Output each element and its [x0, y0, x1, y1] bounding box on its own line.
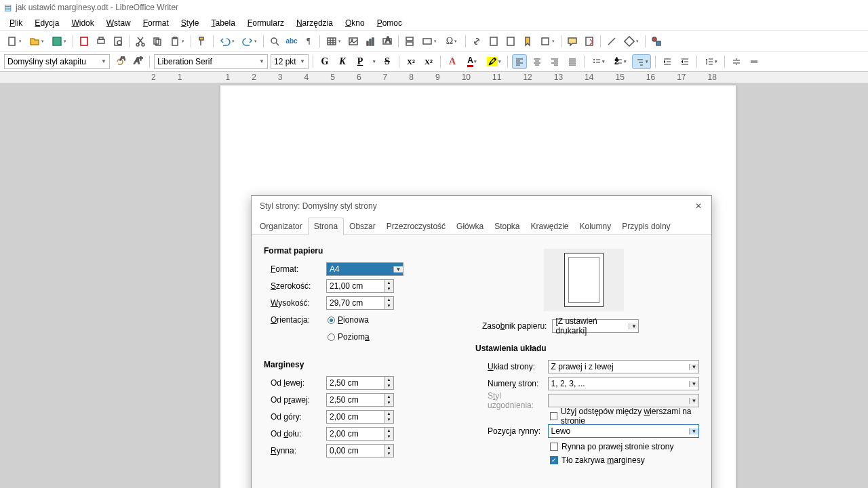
tab-organizer[interactable]: Organizator [254, 218, 308, 235]
tab-page[interactable]: Strona [308, 218, 344, 235]
menu-view[interactable]: Widok [66, 17, 99, 29]
page-break-icon[interactable] [402, 34, 417, 49]
menu-file[interactable]: Plik [4, 17, 28, 29]
outline-button[interactable] [632, 54, 651, 69]
subscript-button[interactable]: X2 [421, 54, 436, 69]
table-icon[interactable] [323, 34, 344, 49]
new-icon[interactable] [4, 34, 24, 49]
align-left-button[interactable] [512, 54, 527, 69]
image-icon[interactable] [346, 34, 361, 49]
line-spacing-button[interactable] [701, 54, 720, 69]
gutter-right-checkbox[interactable]: Rynna po prawej stronie strony [550, 440, 699, 453]
paste-icon[interactable] [167, 34, 187, 49]
cross-ref-icon[interactable] [537, 34, 557, 49]
draw-functions-icon[interactable] [649, 34, 664, 49]
close-icon[interactable]: ✕ [692, 200, 705, 212]
menu-window[interactable]: Okno [340, 17, 370, 29]
menu-bar[interactable]: Plik Edycja Widok Wstaw Format Style Tab… [0, 15, 868, 31]
redo-icon[interactable] [239, 34, 260, 49]
tab-area[interactable]: Obszar [344, 218, 381, 235]
menu-styles[interactable]: Style [176, 17, 205, 29]
font-size-combo[interactable]: 12 pkt▼ [271, 54, 309, 69]
clone-formatting-icon[interactable] [195, 34, 210, 49]
formatting-marks-icon[interactable]: ¶ [301, 34, 316, 49]
dec-para-spacing-button[interactable] [747, 54, 762, 69]
document-icon: ▤ [4, 3, 12, 12]
tab-columns[interactable]: Kolumny [574, 218, 617, 235]
bg-covers-checkbox[interactable]: ✓Tło zakrywa marginesy [550, 453, 699, 467]
number-list-button[interactable]: 12 [610, 54, 629, 69]
orientation-landscape-radio[interactable]: Pozioma [326, 331, 370, 343]
gutter-pos-select[interactable]: Lewo▼ [548, 424, 699, 438]
comment-icon[interactable] [565, 34, 580, 49]
height-input[interactable]: 29,70 cm▲▼ [326, 296, 394, 310]
line-icon[interactable] [604, 34, 619, 49]
font-color-icon[interactable]: A [462, 54, 481, 69]
new-style-icon[interactable]: A+ [130, 54, 145, 69]
hyperlink-icon[interactable] [469, 34, 484, 49]
textbox-icon[interactable]: A [380, 34, 395, 49]
horizontal-ruler[interactable]: 21123456789101112131415161718 [0, 72, 868, 83]
field-icon[interactable] [419, 34, 439, 49]
paper-tray-select[interactable]: [Z ustawień drukarki]▼ [552, 319, 639, 333]
print-icon[interactable] [94, 34, 108, 49]
align-center-button[interactable] [530, 54, 545, 69]
basic-shapes-icon[interactable] [621, 34, 642, 49]
font-name-combo[interactable]: Liberation Serif▼ [154, 54, 268, 69]
tab-transparency[interactable]: Przezroczystość [381, 218, 451, 235]
footnote-icon[interactable] [486, 34, 501, 49]
print-preview-icon[interactable] [111, 34, 125, 49]
menu-form[interactable]: Formularz [242, 17, 290, 29]
undo-icon[interactable] [217, 34, 237, 49]
paragraph-style-combo[interactable]: Domyślny styl akapitu▼ [4, 54, 110, 69]
menu-edit[interactable]: Edycja [29, 17, 64, 29]
copy-icon[interactable] [150, 34, 165, 49]
page-layout-select[interactable]: Z prawej i z lewej▼ [548, 360, 699, 373]
inc-para-spacing-button[interactable] [729, 54, 744, 69]
chart-icon[interactable] [363, 34, 378, 49]
align-right-button[interactable] [547, 54, 562, 69]
superscript-button[interactable]: X2 [403, 54, 418, 69]
width-input[interactable]: 21,00 cm▲▼ [326, 279, 394, 293]
gutter-input[interactable]: 0,00 cm▲▼ [326, 444, 394, 458]
bullet-list-button[interactable] [589, 54, 608, 69]
inc-indent-button[interactable] [660, 54, 675, 69]
orientation-portrait-radio[interactable]: Pionowa [326, 314, 369, 326]
special-char-icon[interactable]: Ω [441, 34, 462, 49]
bold-button[interactable]: G [317, 54, 332, 69]
underline-dd[interactable] [370, 54, 377, 69]
clear-formatting-icon[interactable]: A [445, 54, 460, 69]
margin-top-input[interactable]: 2,00 cm▲▼ [326, 410, 394, 424]
margin-right-input[interactable]: 2,50 cm▲▼ [326, 393, 394, 407]
tab-header[interactable]: Główka [451, 218, 489, 235]
menu-insert[interactable]: Wstaw [101, 17, 136, 29]
page-numbers-select[interactable]: 1, 2, 3, ...▼ [548, 377, 699, 390]
endnote-icon[interactable] [503, 34, 518, 49]
tab-borders[interactable]: Krawędzie [525, 218, 574, 235]
find-icon[interactable] [267, 34, 282, 49]
underline-button[interactable]: P [353, 54, 368, 69]
margin-bottom-input[interactable]: 2,00 cm▲▼ [326, 427, 394, 441]
export-pdf-icon[interactable] [77, 34, 92, 49]
track-changes-icon[interactable] [582, 34, 597, 49]
italic-button[interactable]: K [335, 54, 350, 69]
align-justify-button[interactable] [565, 54, 580, 69]
menu-format[interactable]: Format [138, 17, 174, 29]
cut-icon[interactable] [133, 34, 148, 49]
open-icon[interactable] [26, 34, 47, 49]
margin-left-input[interactable]: 2,50 cm▲▼ [326, 376, 394, 390]
use-spacing-checkbox[interactable]: Użyj odstępów między wierszami na stroni… [550, 409, 699, 423]
update-style-icon[interactable]: A [113, 54, 127, 69]
dec-indent-button[interactable] [677, 54, 692, 69]
format-select[interactable]: A4▼ [326, 262, 403, 276]
menu-table[interactable]: Tabela [205, 17, 240, 29]
save-icon[interactable] [49, 34, 69, 49]
tab-footer[interactable]: Stopka [489, 218, 525, 235]
strike-button[interactable]: S [380, 54, 395, 69]
tab-footnote[interactable]: Przypis dolny [616, 218, 675, 235]
menu-help[interactable]: Pomoc [372, 17, 408, 29]
spellcheck-icon[interactable]: abc [284, 34, 299, 49]
highlight-icon[interactable]: 🖍 [484, 54, 503, 69]
menu-tools[interactable]: Narzędzia [291, 17, 338, 29]
bookmark-icon[interactable] [520, 34, 535, 49]
